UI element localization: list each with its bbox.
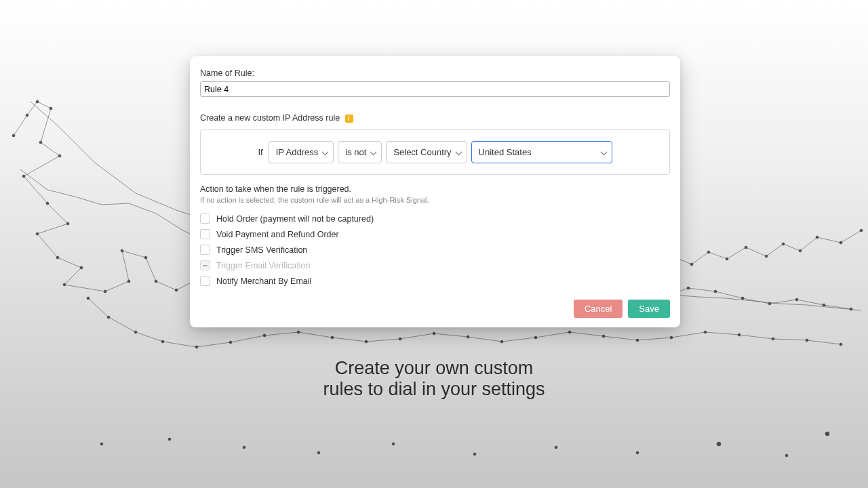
svg-point-16 <box>144 256 147 259</box>
indeterminate-mark-icon <box>203 265 208 266</box>
svg-point-82 <box>317 451 320 454</box>
rule-name-input[interactable] <box>200 81 670 97</box>
svg-point-75 <box>726 258 728 260</box>
svg-point-86 <box>636 451 639 454</box>
svg-point-37 <box>687 287 690 289</box>
svg-point-83 <box>392 443 395 445</box>
svg-point-40 <box>768 302 771 305</box>
action-notify-merchant[interactable]: Notify Merchant By Email <box>200 276 670 286</box>
svg-point-61 <box>636 339 639 342</box>
svg-point-66 <box>806 339 808 342</box>
svg-point-51 <box>297 331 300 333</box>
svg-point-80 <box>168 438 171 441</box>
svg-point-63 <box>704 331 707 333</box>
svg-point-38 <box>714 290 717 293</box>
checkbox-label: Hold Order (payment will not be captured… <box>216 214 374 224</box>
svg-point-85 <box>555 446 557 449</box>
svg-point-8 <box>66 222 69 225</box>
svg-point-10 <box>56 256 59 259</box>
svg-point-3 <box>50 107 52 110</box>
svg-point-55 <box>433 332 435 335</box>
marketing-caption: Create your own custom rules to dial in … <box>0 358 868 400</box>
checkbox-icon <box>200 276 210 286</box>
help-icon[interactable]: i <box>345 115 353 123</box>
svg-point-49 <box>229 341 232 344</box>
svg-point-70 <box>816 236 818 239</box>
svg-point-5 <box>58 155 61 157</box>
svg-point-59 <box>568 331 571 333</box>
svg-point-71 <box>799 249 802 252</box>
svg-point-89 <box>825 432 829 436</box>
svg-point-2 <box>36 100 39 103</box>
checkbox-icon <box>200 214 210 224</box>
svg-point-1 <box>26 114 28 117</box>
svg-point-18 <box>175 289 178 291</box>
svg-point-87 <box>717 442 721 446</box>
svg-point-74 <box>745 246 747 249</box>
svg-point-64 <box>738 333 741 336</box>
rule-name-label: Name of Rule: <box>200 68 670 78</box>
svg-point-7 <box>46 202 49 205</box>
svg-point-17 <box>155 280 157 283</box>
svg-point-77 <box>690 263 693 266</box>
svg-point-69 <box>840 241 842 244</box>
svg-point-53 <box>365 340 368 343</box>
svg-point-43 <box>850 308 852 310</box>
svg-point-9 <box>36 232 39 235</box>
country-select[interactable]: Select Country <box>386 141 467 163</box>
svg-point-84 <box>473 453 476 455</box>
modal-button-row: Cancel Save <box>200 300 670 318</box>
svg-point-0 <box>12 134 15 137</box>
action-checkbox-list: Hold Order (payment will not be captured… <box>200 214 670 286</box>
action-email-verification: Trigger Email Verification <box>200 260 670 270</box>
action-sms-verification[interactable]: Trigger SMS Verification <box>200 245 670 255</box>
svg-point-39 <box>741 297 744 300</box>
svg-point-57 <box>500 340 503 343</box>
svg-point-88 <box>785 454 788 457</box>
checkbox-label: Notify Merchant By Email <box>216 277 311 286</box>
svg-point-47 <box>161 340 164 343</box>
action-note: If no action is selected, the custom rul… <box>200 196 670 204</box>
operator-select[interactable]: is not <box>338 141 382 163</box>
svg-point-13 <box>104 290 106 293</box>
svg-point-6 <box>22 175 25 178</box>
svg-point-67 <box>840 343 842 346</box>
svg-point-42 <box>823 304 825 306</box>
svg-point-4 <box>39 141 42 144</box>
if-label: If <box>258 147 262 157</box>
svg-point-60 <box>602 335 605 338</box>
save-button[interactable]: Save <box>628 300 670 318</box>
svg-point-58 <box>534 336 537 339</box>
svg-point-44 <box>87 297 90 300</box>
checkbox-label: Void Payment and Refund Order <box>216 230 339 239</box>
svg-point-45 <box>107 316 110 319</box>
svg-point-11 <box>80 266 83 269</box>
svg-point-81 <box>243 446 245 449</box>
svg-point-15 <box>121 249 123 252</box>
svg-point-65 <box>772 338 774 340</box>
field-select[interactable]: IP Address <box>269 141 334 163</box>
svg-point-54 <box>399 338 401 340</box>
country-value-select[interactable]: United States <box>471 141 612 163</box>
cancel-button[interactable]: Cancel <box>574 300 623 318</box>
svg-point-52 <box>331 336 334 339</box>
svg-point-62 <box>670 336 673 339</box>
svg-point-76 <box>707 251 710 253</box>
action-hold-order[interactable]: Hold Order (payment will not be captured… <box>200 214 670 224</box>
svg-point-72 <box>782 243 785 245</box>
checkbox-icon <box>200 245 210 255</box>
svg-point-50 <box>263 334 266 337</box>
svg-point-41 <box>795 298 798 301</box>
action-title: Action to take when the rule is triggere… <box>200 184 670 194</box>
create-rule-label: Create a new custom IP Address rule <box>200 113 340 123</box>
action-void-refund[interactable]: Void Payment and Refund Order <box>200 229 670 239</box>
rule-modal: Name of Rule: Create a new custom IP Add… <box>190 56 680 327</box>
svg-point-46 <box>134 331 137 333</box>
svg-point-12 <box>63 283 66 286</box>
checkbox-label: Trigger SMS Verification <box>216 245 307 255</box>
svg-point-73 <box>765 255 768 258</box>
svg-point-48 <box>195 346 198 348</box>
checkbox-label: Trigger Email Verification <box>216 261 310 270</box>
checkbox-icon <box>200 260 210 270</box>
svg-point-79 <box>100 443 103 445</box>
